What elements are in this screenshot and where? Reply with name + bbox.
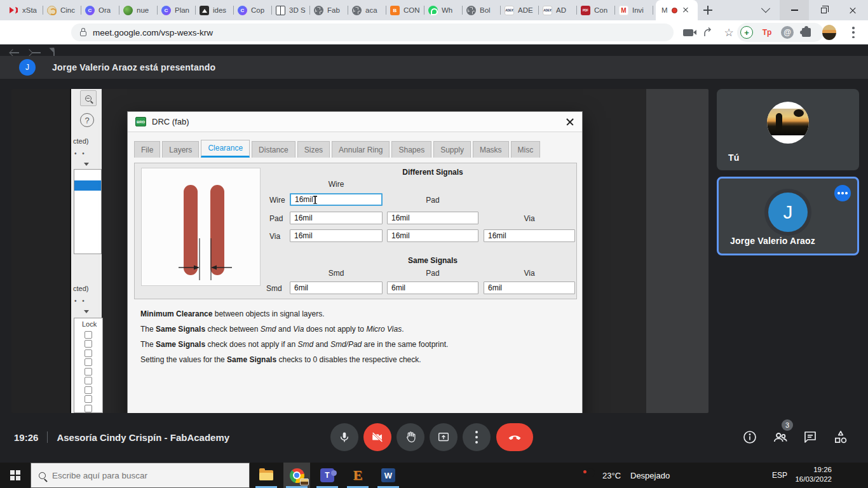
drc-tab-sizes[interactable]: Sizes (297, 141, 330, 158)
tab-search-chevron[interactable] (751, 0, 780, 20)
browser-tab[interactable]: COra (81, 0, 119, 20)
more-options-button[interactable] (463, 423, 491, 451)
browser-tab[interactable]: PDFCon (577, 0, 615, 20)
activities-button[interactable] (832, 428, 850, 446)
dropdown-arrow-icon[interactable] (84, 310, 89, 313)
clearance-smd-smd-input[interactable] (290, 281, 383, 294)
tile-more-options-button[interactable] (834, 185, 851, 201)
window-close-button[interactable] (838, 0, 867, 20)
drc-tab-file[interactable]: File (134, 141, 160, 158)
address-bar[interactable]: meet.google.com/vsp-wexs-krw (71, 24, 674, 41)
browser-tab-active[interactable]: M (656, 0, 698, 20)
camera-off-button[interactable] (363, 423, 391, 451)
browser-tab[interactable]: MInvi (615, 0, 653, 20)
clearance-via-pad-input[interactable] (387, 229, 478, 242)
clearance-pad-wire-input[interactable] (290, 212, 383, 224)
close-tab-icon[interactable] (681, 6, 690, 15)
bookmark-star-icon[interactable]: ☆ (722, 25, 736, 39)
dropdown-arrow-icon[interactable] (84, 163, 89, 166)
lock-checkbox[interactable] (85, 405, 92, 412)
drc-tab-layers[interactable]: Layers (162, 141, 199, 158)
browser-profile-avatar[interactable] (822, 25, 836, 39)
drc-titlebar[interactable]: BRD DRC (fab) (128, 112, 582, 132)
note-line: The Same Signals check does not apply if… (140, 337, 573, 352)
drc-tab-misc[interactable]: Misc (511, 141, 541, 158)
clearance-via-wire-input[interactable] (290, 229, 383, 242)
selected-list-row[interactable] (74, 180, 101, 191)
you-avatar (767, 102, 809, 144)
temperature-label[interactable]: 23°C (602, 471, 621, 480)
browser-menu-icon[interactable] (846, 25, 860, 39)
secure-lock-icon[interactable] (80, 31, 86, 36)
leave-call-button[interactable] (496, 423, 533, 451)
taskbar-chrome[interactable] (283, 463, 310, 488)
drc-tab-distance[interactable]: Distance (252, 141, 295, 158)
clearance-smd-via-input[interactable] (484, 281, 575, 294)
taskbar-search-input[interactable] (52, 471, 230, 480)
shared-desktop-strip (646, 89, 709, 413)
drc-tab-shapes[interactable]: Shapes (391, 141, 431, 158)
browser-tab[interactable]: 3D S (272, 0, 310, 20)
chat-button[interactable] (801, 428, 819, 446)
camera-in-use-icon[interactable] (681, 25, 695, 39)
window-restore-button[interactable] (809, 0, 838, 20)
zoom-tool-button[interactable] (80, 90, 97, 106)
drc-close-icon[interactable] (566, 118, 574, 126)
microphone-button[interactable] (330, 423, 358, 451)
extension-at-icon[interactable]: @ (780, 25, 794, 39)
drc-tab-annular-ring[interactable]: Annular Ring (332, 141, 390, 158)
taskbar-word[interactable]: W (375, 463, 402, 488)
lock-checkbox[interactable] (85, 368, 92, 376)
clearance-wire-wire-input[interactable] (290, 193, 383, 206)
participants-button[interactable] (771, 428, 789, 446)
browser-tab[interactable]: Fab (310, 0, 348, 20)
lock-checkbox[interactable] (85, 349, 92, 357)
weather-condition-label[interactable]: Despejado (630, 471, 670, 480)
clearance-via-via-input[interactable] (484, 229, 575, 242)
browser-tab[interactable]: CPlan (158, 0, 196, 20)
browser-tab[interactable]: nue (119, 0, 158, 20)
present-screen-button[interactable] (430, 423, 458, 451)
drc-tab-masks[interactable]: Masks (473, 141, 509, 158)
raise-hand-button[interactable] (397, 423, 424, 451)
taskbar-teams[interactable]: T (314, 463, 341, 488)
participant-tile-you[interactable]: Tú (717, 89, 859, 170)
taskbar-file-explorer[interactable] (253, 463, 280, 488)
lock-checkbox[interactable] (85, 340, 92, 348)
taskbar-eagle[interactable]: E (344, 463, 371, 488)
browser-tab[interactable]: ADEXAD (539, 0, 577, 20)
clearance-smd-pad-input[interactable] (387, 281, 478, 294)
extension-add-icon[interactable]: + (740, 25, 754, 39)
browser-tab[interactable]: CCop (234, 0, 272, 20)
participant-tile-jorge[interactable]: J Jorge Valerio Araoz (717, 177, 859, 255)
lock-checkbox[interactable] (85, 377, 92, 384)
clock[interactable]: 19:26 16/03/2022 (792, 465, 832, 484)
taskbar-search-box[interactable] (31, 463, 250, 488)
browser-tab[interactable]: xSta (5, 0, 43, 20)
browser-tab[interactable]: ADEXADE (501, 0, 539, 20)
lock-checkbox[interactable] (85, 395, 92, 403)
browser-tab[interactable]: aca (348, 0, 386, 20)
browser-tab[interactable]: Bol (463, 0, 501, 20)
clearance-pad-pad-input[interactable] (387, 212, 478, 224)
start-button[interactable] (0, 463, 31, 488)
layer-listbox[interactable] (74, 169, 102, 254)
language-indicator[interactable]: ESP (772, 471, 787, 480)
meeting-details-button[interactable] (741, 428, 759, 446)
lock-checkbox[interactable] (85, 358, 92, 366)
help-button[interactable]: ? (80, 113, 94, 127)
browser-tab[interactable]: BCON (386, 0, 424, 20)
drc-tab-supply[interactable]: Supply (433, 141, 471, 158)
extensions-puzzle-icon[interactable] (799, 25, 813, 39)
new-tab-button[interactable] (702, 4, 714, 17)
extension-tp-icon[interactable]: Tp (760, 25, 774, 39)
drc-tab-clearance[interactable]: Clearance (201, 140, 250, 158)
lock-checkbox[interactable] (85, 331, 92, 339)
lock-checkbox[interactable] (85, 386, 92, 394)
blogger-favicon: B (390, 6, 400, 15)
share-icon[interactable] (702, 25, 715, 39)
browser-tab[interactable]: Cinc (43, 0, 81, 20)
window-minimize-button[interactable] (780, 0, 809, 20)
browser-tab[interactable]: ides (196, 0, 234, 20)
browser-tab[interactable]: Wh (424, 0, 463, 20)
